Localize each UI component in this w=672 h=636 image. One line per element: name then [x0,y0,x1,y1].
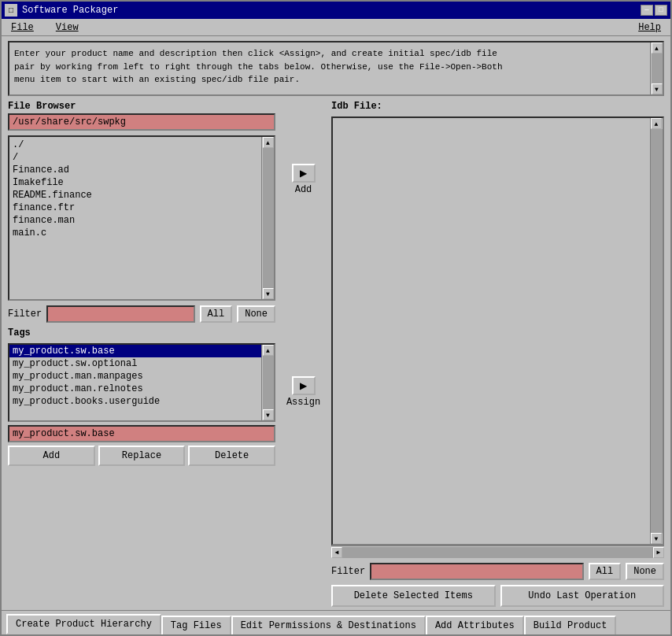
idb-content [333,118,650,544]
tags-list: my_product.sw.basemy_product.sw.optional… [9,345,261,420]
tag-list-item[interactable]: my_product.books.userguide [9,395,261,408]
file-list-container: .//Finance.adImakefileREADME.financefina… [8,135,275,301]
main-window: □ Software Packager ─ □ File View Help E… [0,0,672,636]
file-scroll-up[interactable]: ▲ [263,137,274,148]
idb-scroll-up[interactable]: ▲ [651,118,662,129]
tab-add-attributes[interactable]: Add Attributes [426,616,524,634]
file-browser-section: File Browser [8,101,275,131]
assign-label: Assign [286,397,320,408]
title-bar-buttons: ─ □ [641,5,667,16]
right-panel: Idb File: ▲ ▼ ◀ ▶ [331,101,664,607]
tag-list-item[interactable]: my_product.man.manpages [9,370,261,383]
file-list-item[interactable]: / [11,151,260,164]
file-list-item[interactable]: Imakefile [11,176,260,189]
idb-scroll-left[interactable]: ◀ [331,547,342,558]
file-scroll-down[interactable]: ▼ [263,288,274,299]
left-panel: File Browser .//Finance.adImakefileREADM… [8,101,275,607]
file-list-item[interactable]: Finance.ad [11,164,260,176]
add-arrow-container: ▶ Add [292,164,316,195]
idb-scroll-track-h [342,547,653,558]
idb-all-button[interactable]: All [589,563,622,580]
description-scrollbar: ▲ ▼ [650,43,663,94]
tag-buttons: Add Replace Delete [8,446,275,466]
bottom-tabs: Create Product HierarchyTag FilesEdit Pe… [2,610,670,634]
idb-none-button[interactable]: None [626,563,664,580]
tags-scrollbar: ▲ ▼ [261,345,274,420]
delete-tag-button[interactable]: Delete [188,446,275,466]
idb-scroll-down[interactable]: ▼ [651,533,662,544]
description-text: Enter your product name and description … [14,49,503,84]
idb-area: ▲ ▼ ◀ ▶ [331,116,664,558]
tags-scroll-up[interactable]: ▲ [263,345,274,356]
menu-items: File View [8,21,82,34]
file-browser-label: File Browser [8,101,275,112]
idb-filter-input[interactable] [370,563,583,580]
file-list-scrollbar: ▲ ▼ [261,137,274,299]
help-menu[interactable]: Help [635,21,664,34]
tab-tag-files[interactable]: Tag Files [161,616,231,634]
none-button[interactable]: None [237,305,275,323]
filter-row: Filter All None [8,305,275,323]
file-list-item[interactable]: README.finance [11,189,260,202]
all-button[interactable]: All [200,305,233,323]
window-icon[interactable]: □ [5,4,17,17]
desc-scroll-track [652,54,663,83]
undo-last-button[interactable]: Undo Last Operation [500,585,665,607]
desc-scroll-up[interactable]: ▲ [652,43,663,54]
idb-label: Idb File: [331,101,664,112]
file-menu[interactable]: File [8,21,37,34]
desc-scroll-down[interactable]: ▼ [652,83,663,94]
idb-h-scrollbar: ◀ ▶ [331,545,664,558]
add-tag-button[interactable]: Add [8,446,95,466]
tags-label: Tags [8,327,275,338]
file-list-item[interactable]: finance.ftr [11,202,260,214]
maximize-button[interactable]: □ [655,5,667,16]
file-list-item[interactable]: ./ [11,139,260,151]
tags-section: Tags my_product.sw.basemy_product.sw.opt… [8,327,275,466]
assign-arrow-container: ▶ Assign [286,376,320,408]
tab-edit-permissions-&-destinations[interactable]: Edit Permissions & Destinations [231,616,426,634]
view-menu[interactable]: View [53,21,82,34]
idb-filter-label: Filter [331,566,365,577]
idb-filter-row: Filter All None [331,563,664,580]
idb-v-scrollbar: ▲ ▼ [650,118,663,544]
tag-list-item[interactable]: my_product.sw.optional [9,357,261,370]
tags-list-container: my_product.sw.basemy_product.sw.optional… [8,343,275,422]
tag-list-item[interactable]: my_product.man.relnotes [9,383,261,395]
minimize-button[interactable]: ─ [641,5,653,16]
file-scroll-track [263,148,274,288]
add-label: Add [295,184,312,195]
tab-create-product-hierarchy[interactable]: Create Product Hierarchy [6,614,161,634]
file-list-item[interactable]: main.c [11,227,260,239]
add-arrow-button[interactable]: ▶ [292,164,316,183]
path-input[interactable] [8,113,275,131]
title-bar: □ Software Packager ─ □ [2,2,670,19]
idb-action-buttons: Delete Selected Items Undo Last Operatio… [331,585,664,607]
filter-label: Filter [8,309,42,320]
replace-tag-button[interactable]: Replace [98,446,186,466]
title-bar-left: □ Software Packager [5,4,118,17]
file-list: .//Finance.adImakefileREADME.financefina… [9,137,261,299]
file-list-item[interactable]: finance.man [11,214,260,227]
filter-input[interactable] [46,305,194,323]
tab-build-product[interactable]: Build Product [524,616,617,634]
assign-arrow-button[interactable]: ▶ [292,376,316,395]
idb-main-section: ▲ ▼ [331,116,664,545]
idb-scroll-right[interactable]: ▶ [653,547,664,558]
delete-selected-button[interactable]: Delete Selected Items [331,585,496,607]
main-content: File Browser .//Finance.adImakefileREADM… [2,98,670,610]
tag-list-item[interactable]: my_product.sw.base [9,345,261,357]
middle-arrows: ▶ Add ▶ Assign [282,101,325,607]
tags-scroll-track [263,356,274,409]
description-box: Enter your product name and description … [8,41,664,96]
idb-scroll-track-v [651,129,663,533]
tag-input[interactable] [8,425,275,442]
menu-bar: File View Help [2,19,670,36]
tags-scroll-down[interactable]: ▼ [263,409,274,420]
window-title: Software Packager [22,5,118,16]
